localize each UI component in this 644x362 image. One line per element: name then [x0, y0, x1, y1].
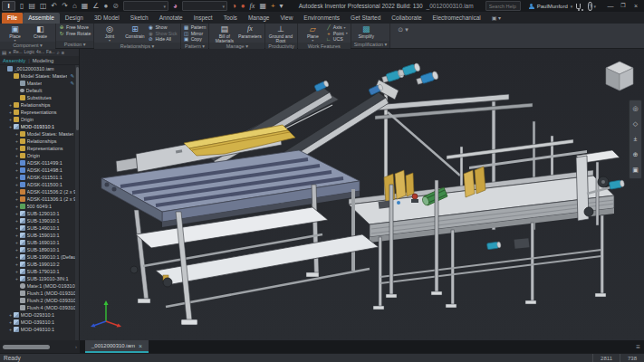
add-icon[interactable]: +: [269, 0, 277, 12]
expander-icon[interactable]: +: [8, 312, 13, 318]
restore-button[interactable]: ❒: [617, 0, 630, 12]
tree-item-substitutes[interactable]: Substitutes: [0, 94, 75, 101]
tree-item-mod-039310-1[interactable]: +MOD-039310:1: [0, 319, 75, 326]
create-button[interactable]: ◧Create: [28, 24, 53, 39]
browser-tab-modeling[interactable]: Modeling: [33, 58, 54, 63]
tree-item-sub-139010-1[interactable]: +SUB-139010:1: [0, 217, 75, 224]
tree-item-mod-049310-1[interactable]: +MOD-049310:1: [0, 326, 75, 333]
ribbon-display-icon[interactable]: ▣ ▾: [492, 13, 501, 24]
view-cube[interactable]: [604, 60, 635, 94]
edit-pencil-icon[interactable]: ✎: [70, 73, 74, 79]
tab-list-menu-icon[interactable]: ≡: [636, 343, 640, 351]
tree-item-relationships[interactable]: +Relationships: [0, 138, 75, 145]
tree-item-mod-029310-1[interactable]: +MOD-029310:1: [0, 311, 75, 319]
tree-item-sub-119010-3in-1[interactable]: +SUB-119010-3IN:1: [0, 275, 75, 282]
show-sick-button[interactable]: ◉Show Sick: [148, 31, 177, 37]
place-button[interactable]: ▣Place▾: [3, 24, 27, 42]
expander-icon[interactable]: +: [8, 117, 13, 122]
cart-icon[interactable]: [576, 4, 581, 9]
navigation-bar[interactable]: ◎◇±⊕▣: [629, 100, 642, 179]
tree-item-adsk-011500-1[interactable]: +ADSK-011500:1: [0, 181, 75, 188]
search-icon[interactable]: ⌕: [57, 49, 60, 56]
ribbon-tab-tools[interactable]: Tools: [218, 13, 243, 24]
expander-icon[interactable]: +: [14, 269, 19, 274]
help-icon[interactable]: ?: [588, 2, 592, 11]
expander-icon[interactable]: +: [14, 189, 19, 195]
ribbon-option-icon[interactable]: ⊙ ▾: [398, 26, 408, 33]
new-file-icon[interactable]: ▯: [18, 0, 25, 12]
document-tab[interactable]: _0012000310.iam ×: [85, 340, 149, 353]
expander-icon[interactable]: +: [14, 160, 19, 166]
expander-icon[interactable]: +: [14, 131, 19, 137]
close-tab-icon[interactable]: ×: [139, 343, 142, 349]
browser-vertical-scrollbar[interactable]: [75, 65, 79, 340]
tree-item-adsk-011501-1[interactable]: +ADSK-011501:1: [0, 174, 75, 181]
expander-icon[interactable]: +: [8, 124, 13, 129]
fx-icon[interactable]: fx: [248, 0, 257, 12]
mirror-button[interactable]: ◫Mirror: [184, 31, 207, 37]
qat-caret-icon[interactable]: ▾: [278, 0, 285, 12]
ribbon-tab-manage[interactable]: Manage: [243, 13, 275, 24]
tree-item-model-states-master[interactable]: +Model States: Master: [0, 130, 75, 138]
look-at-icon[interactable]: ▣: [632, 167, 639, 174]
pattern-button[interactable]: ▦Pattern: [184, 24, 207, 31]
free-rotate-button[interactable]: ↻Free Rotate: [59, 31, 91, 37]
tree-item-model-states-master[interactable]: Model States: Master✎: [0, 72, 75, 80]
material-combo[interactable]: ▾: [123, 1, 168, 11]
bill-of-materials-button[interactable]: ▤Bill of Materials: [212, 24, 236, 43]
expander-icon[interactable]: +: [8, 327, 13, 332]
ribbon-tab-sketch[interactable]: Sketch: [125, 13, 154, 24]
filter-logic[interactable]: Logic: [24, 49, 34, 56]
model-filter-icon[interactable]: ▤: [2, 49, 6, 56]
tree-item-sub-149010-1[interactable]: +SUB-149010:1: [0, 224, 75, 232]
ribbon-tab-design[interactable]: Design: [60, 13, 89, 24]
save-icon[interactable]: ◫: [38, 0, 49, 12]
expander-icon[interactable]: +: [14, 225, 19, 231]
expander-icon[interactable]: +: [14, 167, 19, 173]
joint-button[interactable]: ◎Joint▾: [97, 24, 121, 42]
search-input[interactable]: [486, 4, 520, 9]
edit-pencil-icon[interactable]: ✎: [70, 81, 74, 86]
tree-item-sub-129010-1[interactable]: +SUB-129010:1: [0, 210, 75, 217]
pan-icon[interactable]: ◇: [633, 120, 638, 128]
browser-horizontal-scrollbar[interactable]: ›: [0, 340, 80, 353]
ribbon-panel-label[interactable]: Component ▾: [0, 42, 55, 49]
expander-icon[interactable]: +: [14, 254, 19, 260]
tree-item-representations[interactable]: +Representations: [0, 109, 75, 116]
ribbon-tab-collaborate[interactable]: Collaborate: [386, 13, 427, 24]
expander-icon[interactable]: +: [14, 262, 19, 267]
parameters-button[interactable]: fxParameters: [237, 24, 262, 39]
color-wheel-icon[interactable]: ◕: [171, 0, 179, 12]
prohibit-icon[interactable]: ⊘: [111, 0, 120, 12]
tree-item-mate-1-mod-019310-1-mod-039310-1[interactable]: Mate:1 (MOD-019310:1,MOD-039310:1): [0, 282, 75, 290]
ribbon-tab-3d-model[interactable]: 3D Model: [89, 13, 125, 24]
tree-item-flush-2-mod-039310-1-mod-019310-1[interactable]: Flush:2 (MOD-039310:1,MOD-019310:1): [0, 297, 75, 304]
ribbon-tab-annotate[interactable]: Annotate: [154, 13, 188, 24]
tree-item-adsk-011506-2-2-x-90[interactable]: +ADSK-011506:2 (2 x 90): [0, 188, 75, 195]
assembly-3d-view[interactable]: [80, 49, 644, 340]
graphics-viewport[interactable]: ◎◇±⊕▣: [80, 49, 644, 340]
expander-icon[interactable]: +: [8, 319, 13, 325]
filter-recent[interactable]: Re...: [13, 49, 22, 56]
tree-item-500-6049-1[interactable]: +500 6049:1: [0, 203, 75, 210]
tree-item-relationships[interactable]: +Relationships: [0, 101, 75, 109]
orbit-icon[interactable]: ⊕: [633, 151, 639, 158]
browser-tab-assembly[interactable]: Assembly: [3, 58, 25, 63]
simplify-button[interactable]: ▩Simplify: [354, 24, 379, 39]
ribbon-panel-label[interactable]: Simplification ▾: [351, 41, 390, 48]
tree-item-master[interactable]: Master✎: [0, 80, 75, 87]
ribbon-tab-electromechanical[interactable]: Electromechanical: [428, 13, 486, 24]
print-icon[interactable]: ▦: [80, 0, 91, 12]
tree-item-adsk-011499-1[interactable]: +ADSK-011499:1: [0, 159, 75, 167]
expander-icon[interactable]: +: [8, 102, 13, 108]
open-file-icon[interactable]: ▤: [26, 0, 37, 12]
axis-button[interactable]: ╱Axis▾: [326, 24, 348, 31]
plane-button[interactable]: ▱Plane▾: [301, 24, 325, 42]
tree-item-sub-199010-1-default[interactable]: +SUB-199010:1 (Default): [0, 253, 75, 261]
inventor-logo-icon[interactable]: I: [2, 1, 15, 11]
red-sphere-icon[interactable]: ●: [239, 0, 247, 12]
free-move-button[interactable]: ⊕Free Move: [59, 24, 91, 31]
tree-item-mod-019310-1[interactable]: +MOD-019310:1: [0, 123, 75, 130]
tree-item-adsk-011498-1[interactable]: +ADSK-011498:1: [0, 167, 75, 174]
expander-icon[interactable]: +: [14, 218, 19, 224]
